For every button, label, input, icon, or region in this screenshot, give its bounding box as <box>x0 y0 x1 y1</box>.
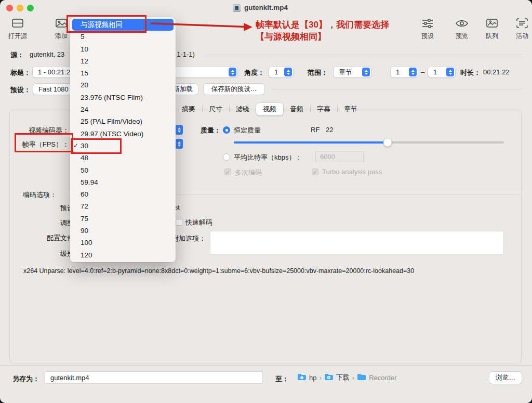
preview-eye-icon <box>455 22 469 31</box>
browse-button[interactable]: 浏览… <box>489 372 522 384</box>
activity-button[interactable]: 活动 <box>510 18 532 41</box>
window-title: gutenkit.mp4 <box>244 4 288 11</box>
video-encoder-popup-cap[interactable] <box>175 125 183 135</box>
constant-quality-radio[interactable] <box>223 126 230 134</box>
zoom-button[interactable] <box>27 5 34 11</box>
multipass-label: 多次编码 <box>235 168 262 177</box>
range-from-chevrons-icon <box>409 68 417 76</box>
breadcrumb-chevron-icon: › <box>319 374 321 382</box>
framerate-popup-cap[interactable] <box>175 139 183 149</box>
tab-chapters[interactable]: 章节 <box>337 103 364 115</box>
extra-options-field[interactable] <box>210 231 504 254</box>
menu-item[interactable]: 20 <box>70 79 176 91</box>
activity-label: 活动 <box>510 32 532 41</box>
breadcrumb-chevron-icon: › <box>352 374 354 382</box>
menu-item[interactable]: 59.94 <box>70 176 176 188</box>
breadcrumb-downloads[interactable]: 下载 <box>324 373 350 382</box>
source-divider <box>204 55 523 55</box>
bottom-divider <box>0 365 532 366</box>
save-as-field[interactable] <box>45 371 263 384</box>
quality-slider-fill <box>234 141 387 144</box>
presets-button[interactable]: 预设 <box>416 18 440 41</box>
menu-item[interactable]: 25 (PAL Film/Video) <box>70 115 176 127</box>
close-button[interactable] <box>6 5 13 11</box>
open-source-button[interactable]: 打开源 <box>6 18 30 41</box>
tab-summary[interactable]: 摘要 <box>175 103 202 115</box>
quality-slider-knob[interactable] <box>383 138 392 147</box>
annotation-box-framerate-label <box>15 133 73 152</box>
to-label: 至： <box>275 374 289 384</box>
tab-audio[interactable]: 音频 <box>283 103 310 115</box>
turbo-label: Turbo analysis pass <box>322 168 382 176</box>
breadcrumb-downloads-label: 下载 <box>336 373 350 382</box>
preview-button[interactable]: 预览 <box>450 18 474 41</box>
queue-icon <box>486 22 498 31</box>
constant-quality-label: 恒定质量 <box>234 126 261 135</box>
menu-item[interactable]: 120 <box>70 249 176 261</box>
multipass-checkbox[interactable] <box>224 168 231 175</box>
annotation-text-line2: 【与源视频相同】 <box>256 31 326 43</box>
menu-item[interactable]: 10 <box>70 43 176 55</box>
presets-sliders-icon <box>421 22 434 31</box>
menu-item[interactable]: 72 <box>70 200 176 212</box>
fast-decode-checkbox[interactable] <box>176 219 182 226</box>
tab-filters[interactable]: 滤镜 <box>229 103 256 115</box>
preset-label: 预设： <box>10 85 31 95</box>
activity-log-icon <box>516 22 528 31</box>
duration-label: 时长： <box>460 68 481 77</box>
menu-item[interactable]: 90 <box>70 225 176 237</box>
preset-divider <box>271 89 523 89</box>
source-label: 源： <box>10 50 24 60</box>
breadcrumb-recorder-label: Recorder <box>369 374 396 382</box>
source-value-left: gutenkit, 23 <box>30 50 64 58</box>
angle-stepper-chevrons-icon <box>284 68 292 76</box>
angle-stepper[interactable]: 1 <box>269 67 293 77</box>
turbo-checkbox[interactable] <box>312 168 318 175</box>
avg-bitrate-field[interactable] <box>315 151 364 162</box>
downloads-folder-icon <box>324 373 334 382</box>
tab-video[interactable]: 视频 <box>256 103 283 115</box>
add-titles-icon <box>55 22 68 31</box>
breadcrumb-home[interactable]: hp <box>297 373 316 382</box>
range-label: 范围： <box>308 68 328 77</box>
range-from-stepper[interactable]: 1 <box>391 67 418 77</box>
menu-item[interactable]: 60 <box>70 188 176 200</box>
tab-dimensions[interactable]: 尺寸 <box>202 103 229 115</box>
annotation-box-same-as-source <box>66 15 147 33</box>
menu-item[interactable]: 12 <box>70 55 176 67</box>
range-to-chevrons-icon <box>446 68 454 76</box>
source-value-right: , 1-1-1) <box>173 50 195 58</box>
menu-item[interactable]: 23.976 (NTSC Film) <box>70 92 176 103</box>
range-dash: – <box>421 68 424 76</box>
open-source-label: 打开源 <box>6 32 30 41</box>
avg-bitrate-radio[interactable] <box>223 153 230 161</box>
save-as-label: 另存为： <box>12 374 39 384</box>
minimize-button[interactable] <box>17 5 23 11</box>
menu-item[interactable]: 24 <box>70 103 176 115</box>
menu-item[interactable]: 100 <box>70 237 176 249</box>
encoder-options-label: 编码选项： <box>23 190 57 200</box>
fast-decode-label: 快速解码 <box>185 218 212 227</box>
menu-item[interactable]: 75 <box>70 213 176 225</box>
home-folder-icon <box>297 373 307 382</box>
angle-label: 角度： <box>244 68 264 77</box>
range-type-chevrons-icon <box>362 68 370 76</box>
preview-label: 预览 <box>450 32 474 41</box>
annotation-text-line1: 帧率默认是【30】，我们需要选择 <box>256 19 389 31</box>
section-tabbar: 摘要 尺寸 滤镜 视频 音频 字幕 章节 <box>175 103 364 115</box>
destination-breadcrumb: hp › 下载 › Recorder <box>297 373 397 382</box>
range-type-popup[interactable]: 章节 <box>334 67 371 77</box>
duration-value: 00:21:22 <box>483 68 510 76</box>
queue-button[interactable]: 队列 <box>480 18 504 41</box>
menu-item[interactable]: 50 <box>70 164 176 176</box>
document-proxy-icon <box>233 4 241 12</box>
range-to-stepper[interactable]: 1 <box>428 67 455 77</box>
title-label: 标题： <box>10 68 31 77</box>
x264-unparse-string: x264 Unparse: level=4.0:ref=2:b-pyramid=… <box>23 267 414 275</box>
menu-item[interactable]: 15 <box>70 67 176 79</box>
breadcrumb-home-label: hp <box>309 374 316 382</box>
tab-subtitles[interactable]: 字幕 <box>310 103 337 115</box>
annotation-box-30 <box>71 138 122 154</box>
save-new-preset-button[interactable]: 保存新的预设… <box>204 84 264 95</box>
breadcrumb-recorder[interactable]: Recorder <box>357 373 396 382</box>
